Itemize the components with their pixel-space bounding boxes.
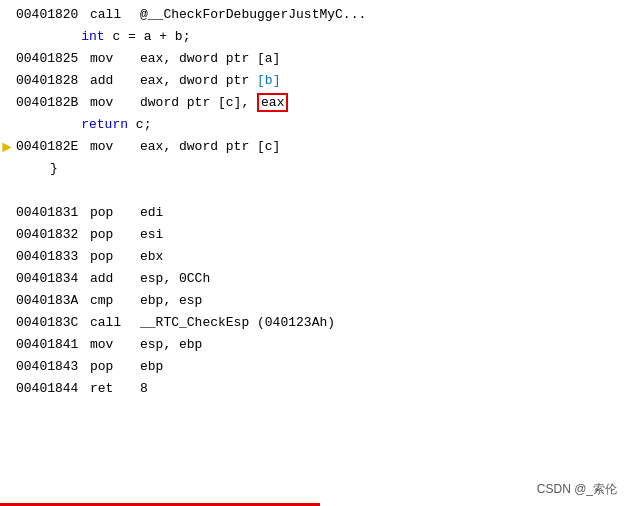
mnemonic: add — [90, 268, 140, 290]
address: 00401833 — [0, 246, 90, 268]
table-row: 00401843 pop ebp — [0, 356, 627, 378]
table-row: 00401825 mov eax, dword ptr [a] — [0, 48, 627, 70]
operands: ebp, esp — [140, 290, 202, 312]
mnemonic: pop — [90, 246, 140, 268]
blank-row — [0, 180, 627, 202]
source-text: } — [0, 158, 58, 180]
operands: esp, ebp — [140, 334, 202, 356]
table-row: 00401828 add eax, dword ptr [b] — [0, 70, 627, 92]
source-row: } — [0, 158, 627, 180]
source-text: return c; — [0, 114, 151, 136]
source-row: int c = a + b; — [0, 26, 627, 48]
table-row-current: ► 0040182E mov eax, dword ptr [c] — [0, 136, 627, 158]
mnemonic: mov — [90, 48, 140, 70]
table-row: 00401833 pop ebx — [0, 246, 627, 268]
mnemonic: mov — [90, 92, 140, 114]
address: 0040183C — [0, 312, 90, 334]
table-row: 00401834 add esp, 0CCh — [0, 268, 627, 290]
address: 00401844 — [0, 378, 90, 400]
mnemonic: call — [90, 4, 140, 26]
operands: eax, dword ptr [c] — [140, 136, 280, 158]
mnemonic: cmp — [90, 290, 140, 312]
source-row: return c; — [0, 114, 627, 136]
operands: dword ptr [c], eax — [140, 92, 288, 114]
mnemonic: call — [90, 312, 140, 334]
operands: ebp — [140, 356, 163, 378]
mnemonic: mov — [90, 136, 140, 158]
address: 00401834 — [0, 268, 90, 290]
table-row: 00401841 mov esp, ebp — [0, 334, 627, 356]
table-row-last: 00401844 ret 8 — [0, 378, 627, 400]
table-row: 00401820 call @__CheckForDebuggerJustMyC… — [0, 4, 627, 26]
address: 00401832 — [0, 224, 90, 246]
mnemonic: pop — [90, 224, 140, 246]
highlighted-operand: eax — [257, 93, 288, 112]
source-text: int c = a + b; — [0, 26, 190, 48]
operands: edi — [140, 202, 163, 224]
address: 00401828 — [0, 70, 90, 92]
operands: esi — [140, 224, 163, 246]
mnemonic: ret — [90, 378, 140, 400]
table-row: 0040182B mov dword ptr [c], eax — [0, 92, 627, 114]
table-row: 0040183C call __RTC_CheckEsp (040123Ah) — [0, 312, 627, 334]
address: 0040182B — [0, 92, 90, 114]
operands: 8 — [140, 378, 148, 400]
operands: eax, dword ptr [a] — [140, 48, 280, 70]
address: 00401841 — [0, 334, 90, 356]
mnemonic: add — [90, 70, 140, 92]
table-row: 00401832 pop esi — [0, 224, 627, 246]
address: 00401820 — [0, 4, 90, 26]
operands: ebx — [140, 246, 163, 268]
operands: eax, dword ptr [b] — [140, 70, 280, 92]
watermark: CSDN @_索伦 — [537, 481, 617, 498]
mnemonic: mov — [90, 334, 140, 356]
address: 0040182E — [0, 136, 90, 158]
mnemonic: pop — [90, 202, 140, 224]
disassembly-container: 00401820 call @__CheckForDebuggerJustMyC… — [0, 0, 627, 404]
address: 00401843 — [0, 356, 90, 378]
mnemonic: pop — [90, 356, 140, 378]
table-row: 0040183A cmp ebp, esp — [0, 290, 627, 312]
operands: @__CheckForDebuggerJustMyC... — [140, 4, 366, 26]
address: 0040183A — [0, 290, 90, 312]
table-row: 00401831 pop edi — [0, 202, 627, 224]
operands: __RTC_CheckEsp (040123Ah) — [140, 312, 335, 334]
operands: esp, 0CCh — [140, 268, 210, 290]
current-line-arrow: ► — [2, 137, 12, 159]
address: 00401825 — [0, 48, 90, 70]
address: 00401831 — [0, 202, 90, 224]
